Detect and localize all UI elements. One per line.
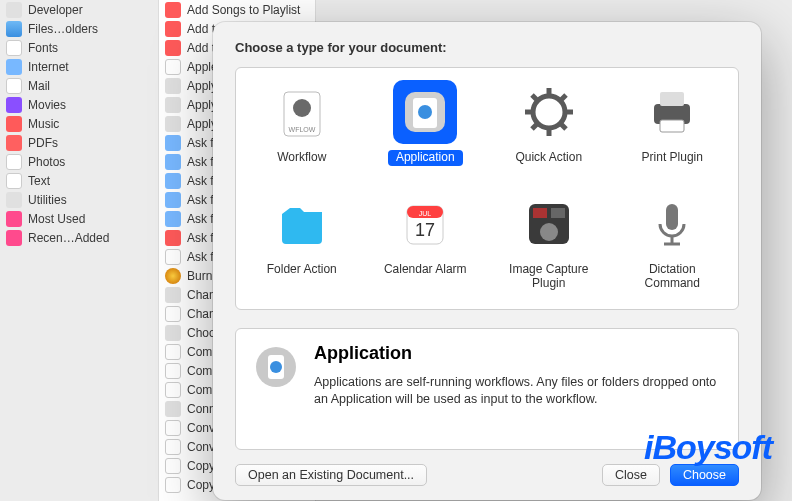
svg-line-11 — [532, 95, 538, 101]
gear-icon — [165, 401, 181, 417]
doc-icon — [165, 439, 181, 455]
gear-icon — [165, 287, 181, 303]
type-grid-container: WFLOWWorkflowApplicationQuick ActionPrin… — [235, 67, 739, 310]
doc-icon — [6, 173, 22, 189]
list-item[interactable]: Utilities — [0, 190, 158, 209]
gear-icon — [6, 192, 22, 208]
list-item[interactable]: Recen…Added — [0, 228, 158, 247]
doc-icon — [165, 477, 181, 493]
type-description-text: Application Applications are self-runnin… — [314, 343, 722, 431]
pdf-icon — [6, 135, 22, 151]
purple-icon — [6, 97, 22, 113]
list-item[interactable]: Mail — [0, 76, 158, 95]
list-item-label: Add Songs to Playlist — [187, 3, 309, 17]
list-item-label: Music — [28, 117, 152, 131]
type-label: Dictation Command — [613, 262, 733, 292]
type-option-dictation-command[interactable]: Dictation Command — [611, 188, 735, 296]
svg-rect-24 — [533, 208, 547, 218]
list-item-label: Recen…Added — [28, 231, 152, 245]
type-label: Application — [388, 150, 463, 166]
list-item-label: Mail — [28, 79, 152, 93]
type-icon: JUL17 — [397, 196, 453, 252]
list-item[interactable]: Music — [0, 114, 158, 133]
type-option-quick-action[interactable]: Quick Action — [487, 76, 611, 170]
list-item[interactable]: Files…olders — [0, 19, 158, 38]
burn-icon — [165, 268, 181, 284]
list-item-label: Utilities — [28, 193, 152, 207]
type-icon — [644, 196, 700, 252]
doc-icon — [6, 78, 22, 94]
list-item[interactable]: Developer — [0, 0, 158, 19]
list-item-label: Developer — [28, 3, 152, 17]
open-existing-button[interactable]: Open an Existing Document... — [235, 464, 427, 486]
choose-button[interactable]: Choose — [670, 464, 739, 486]
music-icon — [6, 116, 22, 132]
document-type-sheet: Choose a type for your document: WFLOWWo… — [213, 22, 761, 500]
type-option-workflow[interactable]: WFLOWWorkflow — [240, 76, 364, 170]
music-icon — [165, 21, 181, 37]
list-item[interactable]: Photos — [0, 152, 158, 171]
list-item[interactable]: Internet — [0, 57, 158, 76]
doc-icon — [165, 344, 181, 360]
close-button[interactable]: Close — [602, 464, 660, 486]
type-option-print-plugin[interactable]: Print Plugin — [611, 76, 735, 170]
type-description-box: Application Applications are self-runnin… — [235, 328, 739, 450]
svg-rect-16 — [660, 92, 684, 106]
type-option-folder-action[interactable]: Folder Action — [240, 188, 364, 296]
svg-text:JUL: JUL — [419, 210, 432, 217]
list-item-label: Text — [28, 174, 152, 188]
type-label: Workflow — [269, 150, 334, 166]
svg-point-31 — [270, 361, 282, 373]
type-icon: WFLOW — [274, 84, 330, 140]
type-icon — [521, 196, 577, 252]
folder-icon — [6, 21, 22, 37]
svg-text:17: 17 — [415, 220, 435, 240]
type-option-image-capture-plugin[interactable]: Image Capture Plugin — [487, 188, 611, 296]
gear-icon — [165, 325, 181, 341]
gear-icon — [165, 116, 181, 132]
description-body: Applications are self-running workflows.… — [314, 374, 722, 408]
music-icon — [165, 2, 181, 18]
list-item-label: Files…olders — [28, 22, 152, 36]
gear-icon — [165, 78, 181, 94]
doc-icon — [6, 40, 22, 56]
svg-text:WFLOW: WFLOW — [288, 126, 315, 133]
type-option-application[interactable]: Application — [364, 76, 488, 170]
music-icon — [165, 40, 181, 56]
type-label: Folder Action — [259, 262, 345, 278]
doc-icon — [165, 458, 181, 474]
type-icon — [274, 196, 330, 252]
list-item-label: PDFs — [28, 136, 152, 150]
list-item-label: Internet — [28, 60, 152, 74]
type-label: Image Capture Plugin — [489, 262, 609, 292]
doc-icon — [165, 363, 181, 379]
svg-point-23 — [540, 223, 558, 241]
svg-line-13 — [560, 95, 566, 101]
globe-icon — [165, 211, 181, 227]
list-item[interactable]: PDFs — [0, 133, 158, 152]
type-icon — [521, 84, 577, 140]
list-item[interactable]: Fonts — [0, 38, 158, 57]
svg-rect-26 — [666, 204, 678, 230]
sidebar-categories: DeveloperFiles…oldersFontsInternetMailMo… — [0, 0, 158, 501]
globe-icon — [6, 59, 22, 75]
list-item[interactable]: Movies — [0, 95, 158, 114]
list-item[interactable]: Most Used — [0, 209, 158, 228]
doc-icon — [165, 59, 181, 75]
sheet-button-row: Open an Existing Document... Close Choos… — [235, 464, 739, 486]
svg-line-12 — [560, 123, 566, 129]
type-option-calendar-alarm[interactable]: JUL17Calendar Alarm — [364, 188, 488, 296]
svg-line-14 — [532, 123, 538, 129]
type-label: Print Plugin — [634, 150, 711, 166]
list-item[interactable]: Text — [0, 171, 158, 190]
doc-icon — [165, 420, 181, 436]
pink-icon — [6, 211, 22, 227]
globe-icon — [165, 173, 181, 189]
doc-icon — [165, 249, 181, 265]
list-item-label: Most Used — [28, 212, 152, 226]
type-label: Calendar Alarm — [376, 262, 475, 278]
doc-icon — [165, 306, 181, 322]
type-icon — [644, 84, 700, 140]
pink-icon — [6, 230, 22, 246]
list-item[interactable]: Add Songs to Playlist — [159, 0, 315, 19]
